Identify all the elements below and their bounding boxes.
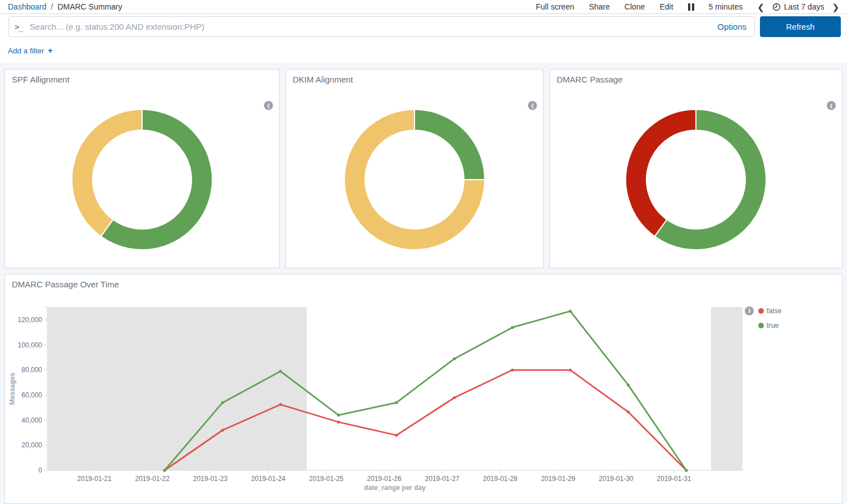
y-axis-tick: 100,000 [18,341,43,349]
panel-title: DKIM Alignment [286,70,543,84]
data-point-true[interactable] [163,469,166,471]
data-point-false[interactable] [511,369,514,372]
y-axis-tick: 20,000 [21,441,42,449]
spf-donut-chart[interactable] [70,108,214,251]
data-point-false[interactable] [453,396,456,399]
data-point-false[interactable] [569,369,572,372]
breadcrumb-separator: / [51,2,53,11]
data-point-true[interactable] [569,310,572,313]
search-bar: >_ Options Refresh [0,14,847,40]
breadcrumb: Dashboard / DMARC Summary Full screen Sh… [0,0,847,14]
refresh-button[interactable]: Refresh [760,16,841,37]
time-range-picker[interactable]: Last 7 days [772,2,825,11]
add-filter-link[interactable]: Add a filter [8,47,44,55]
time-navigation: ❮ Last 7 days ❯ [757,2,839,11]
data-point-false[interactable] [279,403,282,406]
y-axis-tick: 120,000 [18,316,43,324]
x-axis-tick: 2019-01-24 [251,475,286,483]
data-point-true[interactable] [279,370,282,373]
dmarc-donut-chart[interactable] [624,108,768,251]
page-title: DMARC Summary [57,2,122,11]
time-back-icon[interactable]: ❮ [757,3,764,11]
time-forward-icon[interactable]: ❯ [832,3,839,11]
data-point-true[interactable] [511,326,514,329]
donut-slice-green[interactable] [415,109,485,180]
legend-collapse-icon[interactable]: ❮ [264,101,273,110]
dkim-donut-chart[interactable] [343,108,486,251]
x-axis-title: date_range per day [364,484,426,492]
full-screen-button[interactable]: Full screen [536,2,574,11]
data-point-true[interactable] [685,469,687,471]
data-point-false[interactable] [395,434,398,437]
x-axis-tick: 2019-01-26 [367,475,402,483]
data-point-false[interactable] [337,420,340,423]
data-point-true[interactable] [221,401,224,404]
x-axis-tick: 2019-01-28 [483,475,518,483]
legend-collapse-icon[interactable]: ❮ [528,101,537,110]
legend-label: true [767,322,779,329]
y-axis-tick: 80,000 [21,366,42,374]
x-axis-tick: 2019-01-22 [135,475,170,483]
legend-expand-icon[interactable]: ❯ [745,306,754,315]
data-point-false[interactable] [627,411,630,414]
legend-collapse-icon[interactable]: ❮ [827,101,836,110]
console-prompt-icon: >_ [15,22,22,31]
donut-slice-red_dark[interactable] [626,109,696,236]
legend-dot-true [758,323,764,328]
filter-bar: Add a filter + [0,40,847,63]
x-axis-tick: 2019-01-27 [425,475,460,483]
legend-item-true[interactable]: true [758,322,779,329]
data-point-true[interactable] [395,401,398,404]
query-box: >_ Options [8,16,755,37]
edit-button[interactable]: Edit [659,2,673,11]
top-header: Dashboard / DMARC Summary Full screen Sh… [0,0,847,63]
panel-dmarc-over-time: DMARC Passage Over Time 020,00040,00060,… [4,274,843,504]
data-point-true[interactable] [453,358,456,360]
x-axis-tick: 2019-01-23 [193,475,228,483]
donut-slice-yellow[interactable] [72,109,142,236]
search-input[interactable] [30,22,711,31]
clock-icon [772,3,781,11]
refresh-interval-button[interactable]: 5 minutes [709,2,743,11]
y-axis-tick: 40,000 [21,416,42,424]
dashboard-toolbar: Full screen Share Clone Edit 5 minutes ❮… [536,2,839,11]
x-axis-tick: 2019-01-30 [599,475,634,483]
data-point-true[interactable] [627,384,630,387]
x-axis-tick: 2019-01-31 [657,475,691,483]
legend-label: false [767,307,781,315]
data-point-false[interactable] [221,429,224,432]
pause-icon[interactable] [688,3,694,11]
legend-dot-false [758,308,764,314]
panel-dmarc-passage: DMARC Passage ❮ [549,69,843,268]
chart-legend: ❯ false true [745,306,781,335]
x-axis-tick: 2019-01-21 [77,475,112,483]
legend-item-false[interactable]: false [758,307,781,315]
data-point-true[interactable] [337,414,340,416]
x-axis-tick: 2019-01-29 [541,475,576,483]
share-button[interactable]: Share [589,2,609,11]
breadcrumb-dashboard-link[interactable]: Dashboard [8,2,47,11]
panel-dkim-alignment: DKIM Alignment ❮ [285,69,544,268]
y-axis-title: Messages [8,372,16,405]
panel-title: DMARC Passage [550,70,842,84]
panel-spf-alignment: SPF Allignment ❮ [4,69,280,268]
y-axis-tick: 0 [38,466,42,474]
clone-button[interactable]: Clone [625,2,645,11]
dmarc-over-time-line-chart[interactable]: 020,00040,00060,00080,000100,000120,0002… [5,274,843,499]
panel-title: SPF Allignment [5,70,279,84]
x-axis-tick: 2019-01-25 [309,475,344,483]
time-range-label: Last 7 days [784,2,825,11]
options-link[interactable]: Options [717,22,746,31]
plus-icon[interactable]: + [48,46,52,55]
dashboard-grid: SPF Allignment ❮ DKIM Alignment ❮ DMARC … [0,63,847,504]
y-axis-tick: 60,000 [21,391,42,399]
